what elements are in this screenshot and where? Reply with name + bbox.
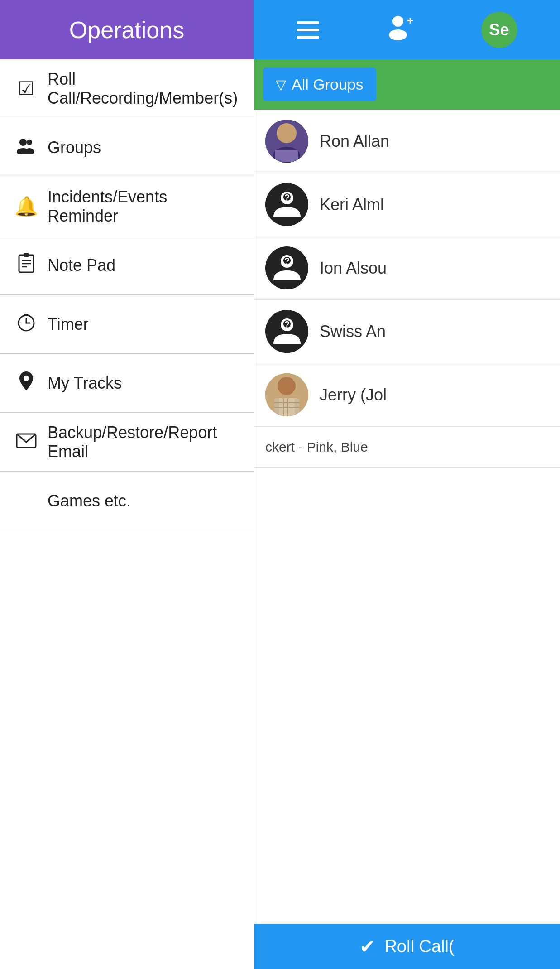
list-item[interactable]: ? Swiss An	[254, 300, 560, 363]
sidebar-item-roll-call[interactable]: ☑ Roll Call/Recording/Member(s)	[0, 59, 254, 118]
email-icon	[14, 431, 38, 453]
member-name: Swiss An	[320, 322, 386, 341]
header-right: + Se	[254, 0, 560, 59]
page-title: Operations	[69, 16, 184, 43]
empty-area	[0, 530, 254, 969]
all-groups-bar: ▽ All Groups	[254, 59, 560, 110]
svg-point-32	[278, 377, 296, 395]
add-user-button[interactable]: +	[387, 13, 414, 46]
svg-text:?: ?	[284, 256, 289, 266]
header: Operations + Se	[0, 0, 560, 59]
group-sub-item[interactable]: ckert - Pink, Blue	[254, 427, 560, 468]
avatar: ?	[265, 183, 308, 226]
svg-text:+: +	[407, 14, 413, 27]
filter-icon: ▽	[276, 77, 286, 92]
avatar: ?	[265, 310, 308, 353]
bell-icon: 🔔	[14, 195, 38, 217]
svg-text:?: ?	[284, 193, 289, 202]
avatar[interactable]: Se	[481, 12, 517, 48]
member-name: Ion Alsou	[320, 259, 387, 278]
location-icon	[14, 371, 38, 396]
svg-point-0	[392, 16, 403, 27]
svg-text:?: ?	[284, 319, 289, 329]
list-item[interactable]: ? Keri Alml	[254, 173, 560, 236]
avatar: ?	[265, 246, 308, 289]
sidebar-item-incidents[interactable]: 🔔 Incidents/Events Reminder	[0, 177, 254, 236]
list-item[interactable]: Jerry (Jol	[254, 363, 560, 427]
roll-call-icon: ☑	[14, 77, 38, 100]
svg-point-19	[277, 123, 297, 143]
right-panel: ▽ All Groups Ron	[254, 59, 560, 969]
svg-point-16	[24, 376, 29, 381]
main-content: ☑ Roll Call/Recording/Member(s) Groups 🔔…	[0, 59, 560, 969]
svg-point-4	[27, 140, 32, 145]
roll-call-bottom-bar[interactable]: ✔ Roll Call(	[254, 924, 560, 969]
groups-icon	[14, 136, 38, 159]
header-left: Operations	[0, 0, 254, 59]
member-name: Keri Alml	[320, 195, 384, 214]
sidebar-item-timer[interactable]: Timer	[0, 295, 254, 354]
avatar	[265, 120, 308, 163]
list-item[interactable]: ? Ion Alsou	[254, 236, 560, 300]
member-name: Ron Allan	[320, 132, 389, 151]
timer-icon	[14, 312, 38, 337]
roll-call-label: Roll Call(	[384, 937, 454, 956]
sidebar-item-groups[interactable]: Groups	[0, 118, 254, 177]
list-item[interactable]: Ron Allan	[254, 110, 560, 173]
svg-rect-8	[24, 253, 29, 257]
notepad-icon	[14, 253, 38, 278]
svg-rect-15	[24, 314, 29, 316]
avatar	[265, 373, 308, 416]
member-list: Ron Allan ? Keri Alml	[254, 110, 560, 924]
left-panel: ☑ Roll Call/Recording/Member(s) Groups 🔔…	[0, 59, 254, 969]
sidebar-item-backup[interactable]: Backup/Restore/Report Email	[0, 413, 254, 472]
empty-space	[254, 468, 560, 924]
member-name: Jerry (Jol	[320, 386, 387, 405]
all-groups-button[interactable]: ▽ All Groups	[263, 67, 376, 101]
sidebar-item-games[interactable]: Games etc.	[0, 472, 254, 530]
sidebar-item-my-tracks[interactable]: My Tracks	[0, 354, 254, 413]
svg-rect-21	[275, 150, 298, 162]
svg-point-3	[19, 139, 27, 146]
sidebar-item-notepad[interactable]: Note Pad	[0, 236, 254, 295]
checkmark-icon: ✔	[359, 935, 375, 958]
hamburger-menu-button[interactable]	[297, 21, 319, 39]
svg-point-1	[389, 29, 407, 40]
